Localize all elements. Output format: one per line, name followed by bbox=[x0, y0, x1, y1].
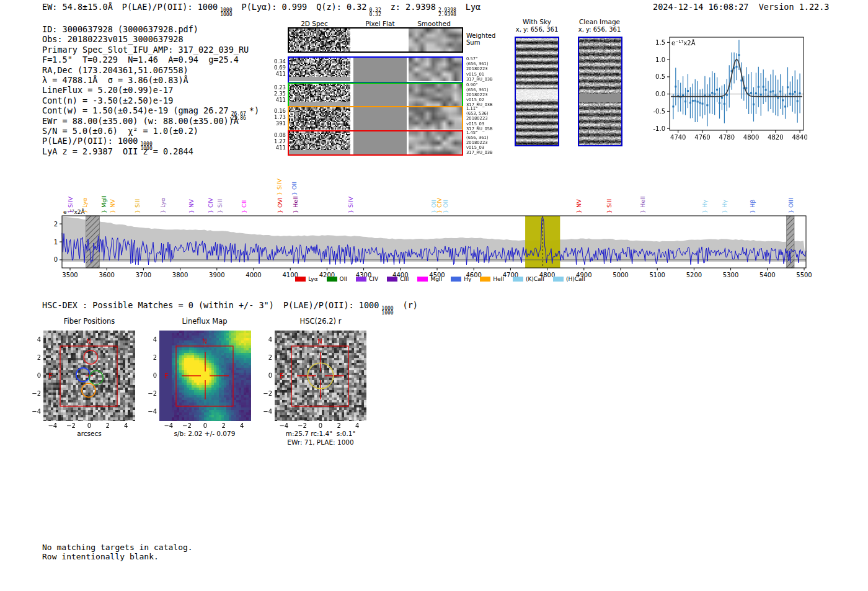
panel-xtick: 0 bbox=[82, 422, 97, 429]
legend-item-HeII: HeII bbox=[480, 276, 504, 282]
clean-image-title: Clean Image bbox=[575, 18, 624, 25]
panel-ytick: 0 bbox=[146, 372, 157, 379]
spec2d-row-3-border bbox=[288, 106, 463, 131]
left-label: 0.69 bbox=[272, 64, 286, 71]
left-label: 411 bbox=[272, 144, 286, 151]
panel-ytick: −2 bbox=[30, 390, 41, 397]
right-label: 317_RU_03B bbox=[466, 77, 496, 82]
info-line-7-text: Cont(n) = -3.50(±2.50)e-19 bbox=[42, 96, 173, 105]
left-label: 1.73 bbox=[272, 114, 286, 120]
svg-text:5000: 5000 bbox=[613, 272, 628, 278]
header-seg-4-lo: 2.9398 bbox=[438, 12, 456, 17]
legend-swatch bbox=[295, 277, 306, 282]
left-label: 0.23 bbox=[272, 84, 286, 91]
panel-ytick: −4 bbox=[146, 408, 157, 415]
svg-text:4780: 4780 bbox=[719, 134, 735, 141]
right-label: 20180223 bbox=[466, 140, 496, 145]
header-seg-3-text: Q(z): 0.32 bbox=[316, 2, 366, 12]
right-label: 1.45" bbox=[466, 130, 496, 135]
lineflux-map-title: Lineflux Map bbox=[161, 317, 248, 326]
weighted-sum-label: Weighted Sum bbox=[466, 32, 498, 46]
header-seg-1-stack: 10001000 bbox=[220, 8, 232, 17]
header-seg-4-stack: 2.93982.9398 bbox=[438, 8, 456, 17]
fiber-circle bbox=[76, 368, 90, 381]
info-line-4-text: RA,Dec (173.204361,51.067558) bbox=[42, 65, 188, 75]
header-seg-4-text: z: 2.9398 bbox=[391, 2, 436, 12]
spec2d-row-2-left-labels: 0.232.35411 bbox=[272, 84, 286, 103]
info-line-9-text: EWr = 88.00(±35.00) (w: 88.00(±35.00))Å bbox=[42, 116, 239, 126]
info-line-11-text: P(LAE)/P(OII): 1000 bbox=[42, 136, 138, 146]
legend-label: Hγ bbox=[464, 276, 471, 282]
matches-seg-1-stack: 10001000 bbox=[381, 306, 393, 316]
info-line-10: S/N = 5.0(±0.6) χ² = 1.0(±0.2) bbox=[42, 126, 259, 136]
left-label: 411 bbox=[272, 97, 286, 103]
panel-ytick: −2 bbox=[261, 390, 272, 397]
info-line-8: Cont(w) = 1.50(±0.54)e-19 (gmag 26.2726.… bbox=[42, 105, 259, 115]
panel-xtick: −4 bbox=[45, 422, 60, 429]
panel-xtick: −4 bbox=[161, 422, 176, 429]
left-label: 411 bbox=[272, 71, 286, 77]
svg-text:N: N bbox=[86, 338, 91, 345]
legend-swatch bbox=[513, 277, 523, 282]
svg-text:1.5: 1.5 bbox=[655, 39, 665, 46]
svg-text:1: 1 bbox=[54, 239, 58, 246]
svg-text:e⁻¹⁷x2Å: e⁻¹⁷x2Å bbox=[671, 39, 696, 47]
svg-text:N: N bbox=[202, 338, 206, 345]
spec2d-row-0-border bbox=[288, 27, 463, 53]
line-label-CII: } CII bbox=[241, 200, 247, 213]
line-label-NV: } NV bbox=[188, 199, 195, 213]
panel-ytick: 0 bbox=[30, 372, 41, 379]
right-label: (656, 361) bbox=[466, 61, 496, 66]
legend-label: CIV bbox=[369, 276, 378, 282]
right-label: (653, 536) bbox=[466, 111, 496, 116]
legend-item-(H)CaII: (H)CaII bbox=[553, 276, 585, 282]
info-line-1-text: Obs: 20180223v015_3000637928 bbox=[42, 34, 184, 44]
info-line-5: λ = 4788.1Å σ = 3.86(±0.83)Å bbox=[42, 75, 259, 85]
legend-label: (K)CaII bbox=[526, 276, 544, 282]
svg-text:5500: 5500 bbox=[796, 272, 812, 278]
matches-seg-1: P(LAE)/P(OII): 100010001000 bbox=[283, 300, 394, 316]
panel-ytick: −2 bbox=[146, 390, 157, 397]
left-label: 0.34 bbox=[272, 58, 286, 64]
svg-text:1.0: 1.0 bbox=[655, 56, 665, 63]
version-label: Version 1.22.3 bbox=[759, 2, 830, 12]
right-label: 20180223 bbox=[466, 92, 496, 97]
matches-seg-2: (r) bbox=[403, 300, 418, 310]
svg-text:4760: 4760 bbox=[694, 134, 710, 141]
legend-item-CIII: CIII bbox=[387, 276, 409, 282]
line-label-SiIV: } SiIV bbox=[276, 178, 283, 195]
panel-ytick: −4 bbox=[261, 408, 272, 415]
line-label-OII: } OII bbox=[442, 200, 449, 213]
post: *) bbox=[249, 105, 259, 115]
info-line-6: LineFlux = 5.20(±0.99)e-17 bbox=[42, 85, 259, 95]
svg-text:0.0: 0.0 bbox=[655, 91, 665, 97]
legend-label: CIII bbox=[400, 276, 409, 282]
panel-ytick: 2 bbox=[261, 354, 272, 361]
legend-item-Hγ: Hγ bbox=[451, 276, 471, 282]
line-label-OIII: } OIII bbox=[787, 198, 794, 213]
spec2d-row-1-border bbox=[288, 56, 463, 83]
line-label-HeII: } HeII bbox=[639, 196, 646, 213]
legend-item-Lyα: Lyα bbox=[295, 276, 317, 282]
spec2d-row-4-border bbox=[288, 130, 463, 156]
spec2d-row-3-left-labels: 0.161.73391 bbox=[272, 108, 286, 127]
svg-text:4820: 4820 bbox=[768, 134, 783, 141]
info-line-5-text: λ = 4788.1Å σ = 3.86(±0.83)Å bbox=[42, 75, 188, 85]
legend-item-OII: OII bbox=[327, 276, 347, 282]
svg-text:-0.5: -0.5 bbox=[653, 108, 665, 115]
panel-ytick: 0 bbox=[261, 372, 272, 379]
line-label-SiII: } SiII bbox=[606, 199, 613, 213]
panel-xtick: 4 bbox=[234, 422, 249, 429]
info-line-9: EWr = 88.00(±35.00) (w: 88.00(±35.00))Å bbox=[42, 116, 259, 126]
svg-text:E: E bbox=[280, 373, 283, 380]
panel-ytick: 4 bbox=[146, 336, 157, 343]
col-header-2dspec: 2D Spec bbox=[290, 20, 339, 27]
footer-line-1: No matching targets in catalog. bbox=[42, 543, 193, 552]
line-label-SiIV: } SiIV bbox=[347, 196, 354, 213]
line-label-SiII: } SiII bbox=[134, 199, 141, 213]
line-label-OVI: } OVI bbox=[277, 197, 283, 213]
line-label-Hβ: } Hβ bbox=[749, 200, 756, 213]
left-label: 0.16 bbox=[272, 108, 286, 114]
left-label: 391 bbox=[272, 120, 286, 127]
lineflux-overlay: NE bbox=[159, 331, 251, 421]
